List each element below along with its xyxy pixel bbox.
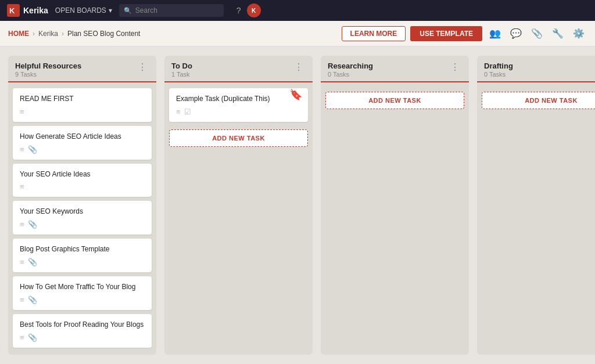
add-new-task-button[interactable]: ADD NEW TASK <box>169 129 308 147</box>
column-divider <box>321 81 469 82</box>
tools-icon-button[interactable]: 🔧 <box>550 26 566 41</box>
column-body-researching: ADD NEW TASK <box>321 86 469 355</box>
attachment-icon: 📎 <box>28 333 37 342</box>
search-icon: 🔍 <box>124 7 132 15</box>
card-icons: ≡ <box>20 182 145 191</box>
task-card[interactable]: Best Tools for Proof Reading Your Blogs≡… <box>13 314 152 348</box>
column-subtitle: 0 Tasks <box>328 71 373 78</box>
top-nav: K Kerika OPEN BOARDS ▾ 🔍 ? K <box>0 0 595 21</box>
task-card[interactable]: Your SEO Article Ideas≡ <box>13 164 152 197</box>
attachment-icon: 📎 <box>28 145 37 154</box>
description-icon: ≡ <box>20 182 24 191</box>
column-menu-button[interactable]: ⋮ <box>135 62 149 73</box>
open-boards-label: OPEN BOARDS <box>55 6 106 15</box>
breadcrumb: HOME › Kerika › Plan SEO Blog Content <box>8 30 342 38</box>
breadcrumb-home[interactable]: HOME <box>8 30 29 38</box>
column-divider <box>477 81 595 82</box>
help-icon[interactable]: ? <box>236 6 241 15</box>
card-icons: ≡ <box>20 107 145 116</box>
card-title: Example Task (Duplicate This) <box>176 94 301 104</box>
column-header-helpful-resources: Helpful Resources 9 Tasks ⋮ <box>8 56 156 81</box>
breadcrumb-sep-2: › <box>62 30 64 38</box>
learn-more-button[interactable]: LEARN MORE <box>342 26 406 41</box>
column-title: To Do <box>171 62 192 70</box>
avatar[interactable]: K <box>247 3 261 17</box>
description-icon: ≡ <box>20 220 24 229</box>
task-card[interactable]: How To Get More Traffic To Your Blog≡📎 <box>13 276 152 310</box>
task-card[interactable]: Example Task (Duplicate This)🔖≡☑ <box>169 88 308 122</box>
checklist-icon: ☑ <box>184 107 191 116</box>
board: Helpful Resources 9 Tasks ⋮ READ ME FIRS… <box>0 46 595 364</box>
column-subtitle: 0 Tasks <box>484 71 513 78</box>
column-body-helpful-resources: READ ME FIRST≡How Generate SEO Article I… <box>8 86 156 355</box>
card-icons: ≡☑ <box>176 107 301 116</box>
attachment-icon: 📎 <box>28 220 37 229</box>
bookmark-icon: 🔖 <box>289 88 302 101</box>
logo-text: Kerika <box>23 6 48 15</box>
column-researching: Researching 0 Tasks ⋮ ADD NEW TASK <box>321 56 469 355</box>
nav-right-icons: ? K <box>236 3 261 17</box>
toolbar-actions: LEARN MORE USE TEMPLATE 👥 💬 📎 🔧 ⚙️ <box>342 26 587 41</box>
description-icon: ≡ <box>20 295 24 304</box>
task-card[interactable]: READ ME FIRST≡ <box>13 88 152 122</box>
toolbar: HOME › Kerika › Plan SEO Blog Content LE… <box>0 21 595 46</box>
card-title: How To Get More Traffic To Your Blog <box>20 282 145 292</box>
add-new-task-button[interactable]: ADD NEW TASK <box>325 92 464 109</box>
open-boards-button[interactable]: OPEN BOARDS ▾ <box>55 6 112 15</box>
kerika-logo-icon: K <box>7 4 20 17</box>
card-icons: ≡📎 <box>20 220 145 229</box>
column-subtitle: 1 Task <box>171 71 192 78</box>
description-icon: ≡ <box>20 333 24 342</box>
column-menu-button[interactable]: ⋮ <box>448 62 462 73</box>
task-card[interactable]: Blog Post Graphics Template≡📎 <box>13 239 152 272</box>
column-title-group: To Do 1 Task <box>171 62 192 78</box>
column-to-do: To Do 1 Task ⋮ Example Task (Duplicate T… <box>164 56 313 355</box>
column-body-to-do: Example Task (Duplicate This)🔖≡☑ADD NEW … <box>164 86 313 355</box>
description-icon: ≡ <box>176 107 181 116</box>
column-menu-button[interactable]: ⋮ <box>292 62 306 73</box>
chat-icon-button[interactable]: 💬 <box>508 26 524 41</box>
chevron-down-icon: ▾ <box>109 6 112 15</box>
column-body-drafting: ADD NEW TASK <box>477 86 595 355</box>
card-icons: ≡📎 <box>20 333 145 342</box>
column-divider <box>164 81 313 82</box>
column-title-group: Drafting 0 Tasks <box>484 62 513 78</box>
column-title-group: Researching 0 Tasks <box>328 62 373 78</box>
column-title: Helpful Resources <box>15 62 81 70</box>
use-template-button[interactable]: USE TEMPLATE <box>410 26 482 41</box>
card-title: Your SEO Keywords <box>20 207 145 217</box>
attachment-icon: 📎 <box>28 258 37 266</box>
attachment-icon-button[interactable]: 📎 <box>529 26 545 41</box>
team-icon-button[interactable]: 👥 <box>487 26 503 41</box>
breadcrumb-kerika[interactable]: Kerika <box>38 30 58 38</box>
column-title-group: Helpful Resources 9 Tasks <box>15 62 81 78</box>
breadcrumb-current: Plan SEO Blog Content <box>67 30 140 38</box>
column-header-drafting: Drafting 0 Tasks ⋮ <box>477 56 595 81</box>
description-icon: ≡ <box>20 145 24 154</box>
card-title: Your SEO Article Ideas <box>20 170 145 179</box>
column-header-to-do: To Do 1 Task ⋮ <box>164 56 313 81</box>
description-icon: ≡ <box>20 258 24 266</box>
column-drafting: Drafting 0 Tasks ⋮ ADD NEW TASK <box>477 56 595 355</box>
search-input[interactable] <box>119 4 224 17</box>
search-wrapper: 🔍 <box>119 4 224 17</box>
column-header-researching: Researching 0 Tasks ⋮ <box>321 56 469 81</box>
card-title: How Generate SEO Article Ideas <box>20 132 145 142</box>
settings-icon-button[interactable]: ⚙️ <box>571 26 587 41</box>
card-icons: ≡📎 <box>20 145 145 154</box>
card-icons: ≡📎 <box>20 295 145 304</box>
column-subtitle: 9 Tasks <box>15 71 81 78</box>
column-title: Drafting <box>484 62 513 70</box>
card-title: Blog Post Graphics Template <box>20 244 145 254</box>
attachment-icon: 📎 <box>28 295 37 304</box>
card-icons: ≡📎 <box>20 258 145 266</box>
task-card[interactable]: How Generate SEO Article Ideas≡📎 <box>13 126 152 160</box>
breadcrumb-sep-1: › <box>33 30 35 38</box>
card-title: READ ME FIRST <box>20 94 145 104</box>
task-card[interactable]: Your SEO Keywords≡📎 <box>13 201 152 235</box>
card-title: Best Tools for Proof Reading Your Blogs <box>20 320 145 330</box>
description-icon: ≡ <box>20 107 24 116</box>
add-new-task-button[interactable]: ADD NEW TASK <box>482 92 595 109</box>
logo-area: K Kerika <box>7 4 48 17</box>
column-divider <box>8 81 156 82</box>
